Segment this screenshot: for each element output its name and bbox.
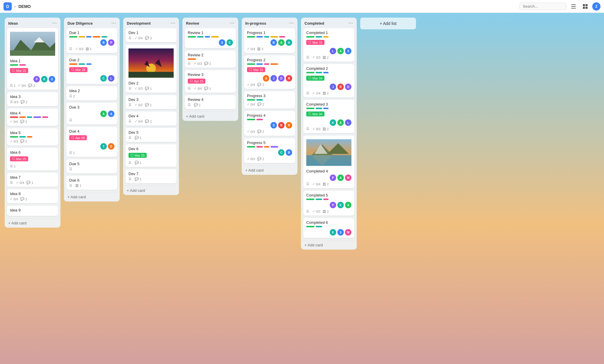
- column-title: Ideas: [8, 21, 18, 26]
- card-avatars: CB: [247, 149, 292, 156]
- column-body: Idea 1 ☐ Mar 25 PKS ☰ 1 ✓ 0/4 💬 3 Idea 3…: [5, 28, 60, 218]
- card-tags: [306, 226, 351, 227]
- add-card-button[interactable]: + Add card: [242, 165, 297, 175]
- card-completed3[interactable]: Completed 3 ☐ Mar 04 KAL ☰ ✓ 0/3 🖼 2: [303, 100, 354, 133]
- card-idea9[interactable]: Idea 9: [7, 206, 58, 216]
- column-due-diligence: Due Diligence ···Due 1BP ☰ ✓ 0/3 🖼 1 Due…: [64, 18, 120, 202]
- card-avatar: B: [286, 149, 292, 156]
- card-dev5[interactable]: Dev 5 ☰ 💬 1: [126, 128, 177, 142]
- meta-item: ☰: [69, 167, 73, 171]
- card-dev6[interactable]: Dev 6 ☐ Mar 25 ☰ 💬 1: [126, 144, 177, 167]
- meta-item: ☰: [128, 103, 132, 107]
- add-card-button[interactable]: + Add card: [5, 218, 60, 228]
- column-header: Review ···: [182, 18, 238, 28]
- card-idea8[interactable]: Idea 8 ✓ 0/4 💬 1: [7, 189, 58, 203]
- add-card-button[interactable]: + Add card: [123, 186, 179, 195]
- card-progress5[interactable]: Progress 5CB ✓ 0/3 💬 2: [244, 138, 295, 163]
- card-completed2[interactable]: Completed 2 ☐ Mar 04 JRD ☰ ✓ 2/4 🖼 2: [303, 64, 354, 97]
- card-tag: [306, 199, 314, 200]
- card-avatar: P: [33, 76, 40, 82]
- search-input[interactable]: [520, 3, 566, 10]
- column-menu-dots[interactable]: ···: [52, 21, 57, 26]
- card-review1[interactable]: Review 1SC: [185, 28, 236, 48]
- card-idea4[interactable]: Idea 4 ✓ 0/4 💬 2: [7, 109, 58, 126]
- card-title: Dev 6: [128, 147, 174, 151]
- card-review2[interactable]: Review 2 ☰ ✓ 0/3 💬 2: [185, 50, 236, 68]
- column-menu-dots[interactable]: ···: [230, 21, 235, 26]
- card-completed6[interactable]: Completed 6KSM: [303, 218, 354, 238]
- card-due5[interactable]: Due 5 ☰: [66, 159, 117, 173]
- card-tags: [10, 116, 55, 118]
- card-avatar: K: [41, 76, 48, 82]
- card-tag: [316, 72, 322, 73]
- card-avatar: B: [270, 39, 277, 46]
- card-dev4[interactable]: Dev 4 ☰ ✓ 0/4 💬 2: [126, 111, 177, 126]
- card-completed4[interactable]: Completed 4PAM ☰ ✓ 0/4 🖼 2: [303, 136, 354, 188]
- card-tag: [306, 226, 314, 227]
- board-wrapper: Ideas ··· Idea 1 ☐ Mar 25 PKS ☰ 1 ✓ 0/4 …: [0, 13, 604, 364]
- card-avatar: A: [263, 75, 269, 82]
- column-in-progress: In-progress ···Progress 1BAA ✓ 0/4 🖼 3 P…: [242, 18, 297, 175]
- card-idea1[interactable]: Idea 1 ☐ Mar 25 PKS ☰ 1 ✓ 0/4 💬 3: [7, 28, 58, 90]
- card-due3[interactable]: Due 3AA ☰: [66, 103, 117, 124]
- card-title: Completed 5: [306, 193, 351, 197]
- app-logo[interactable]: D: [4, 2, 12, 11]
- card-completed1[interactable]: Completed 1 ☐ Mar 31 LAS ☰ ✓ 3/3 🖼 2: [303, 28, 354, 62]
- column-menu-dots[interactable]: ···: [289, 21, 294, 26]
- svg-rect-2: [571, 8, 576, 9]
- card-due4[interactable]: Due 4 ☐ Apr 08 TD ☰ 1: [66, 127, 117, 157]
- card-idea6[interactable]: Idea 6 ☐ Mar 25 ☰ 1: [7, 148, 58, 170]
- card-dev2[interactable]: Dev 2 ☰ ✓ 0/3 💬 1: [126, 45, 177, 93]
- card-dev1[interactable]: Dev 1 ☰ ✓ 0/4 💬 3: [126, 28, 177, 42]
- card-progress2[interactable]: Progress 2 ☐ Mar 31 AJDR ✓ 0/4 💬 2: [244, 55, 295, 89]
- add-list-button[interactable]: + Add list: [360, 18, 416, 29]
- card-tag: [247, 99, 255, 101]
- card-title: Idea 8: [10, 192, 55, 196]
- profile-icon[interactable]: [569, 2, 578, 11]
- card-tag: [19, 64, 26, 66]
- card-review4[interactable]: Review 4 ☰ 💬 1: [185, 95, 236, 109]
- card-avatar: K: [337, 202, 344, 208]
- grid-icon[interactable]: [581, 2, 590, 11]
- add-card-button[interactable]: + Add card: [64, 192, 120, 202]
- card-idea5[interactable]: Idea 5 ✓ 0/3 💬 2: [7, 128, 58, 145]
- card-tag: [270, 63, 278, 65]
- user-avatar[interactable]: Z: [592, 2, 600, 11]
- column-menu-dots[interactable]: ···: [348, 21, 353, 26]
- column-menu-dots[interactable]: ···: [111, 21, 116, 26]
- card-progress1[interactable]: Progress 1BAA ✓ 0/4 🖼 3: [244, 28, 295, 53]
- meta-item: ☰ 0/3: [10, 100, 18, 104]
- svg-rect-1: [571, 6, 576, 7]
- card-image: [306, 138, 351, 167]
- card-idea2-dd[interactable]: Idea 2 ☰ 2: [66, 86, 117, 100]
- column-header: Due Diligence ···: [64, 18, 120, 28]
- meta-item: 💬 2: [257, 83, 264, 87]
- card-idea3[interactable]: Idea 3 ☰ 0/3 💬 2: [7, 92, 58, 106]
- card-due2[interactable]: Due 2 ☐ Mar 28 CL: [66, 55, 117, 84]
- card-date: ☐ Apr 15: [188, 79, 205, 84]
- card-tag: [279, 36, 285, 38]
- meta-item: ✓ 0/3: [10, 139, 18, 143]
- meta-item: ✓ 0/4: [135, 119, 143, 123]
- card-avatars: PKA: [306, 202, 351, 208]
- card-dev7[interactable]: Dev 7 ☰ 💬 1: [126, 169, 177, 183]
- meta-item: 💬 1: [145, 87, 152, 90]
- card-dev3[interactable]: Dev 3 ☰ ✓ 0/2 💬 1: [126, 95, 177, 109]
- card-progress3[interactable]: Progress 3 ✓ 0/4 💬 2: [244, 91, 295, 109]
- card-idea7[interactable]: Idea 7 ☰ ✓ 0/4 💬 1: [7, 173, 58, 187]
- add-card-button[interactable]: + Add card: [301, 240, 357, 250]
- card-progress4[interactable]: Progress 4SRR ✓ 0/3 💬 2: [244, 111, 295, 136]
- card-review3[interactable]: Review 3 ☐ Apr 15 ☰ ✓ 0/4 💬 1: [185, 70, 236, 93]
- meta-item: ☰: [188, 62, 192, 65]
- card-avatar: D: [278, 75, 285, 82]
- card-due1[interactable]: Due 1BP ☰ ✓ 0/3 🖼 1: [66, 28, 117, 53]
- add-card-button[interactable]: + Add card: [182, 111, 238, 121]
- column-menu-dots[interactable]: ···: [171, 21, 175, 26]
- card-tag: [323, 72, 329, 73]
- card-title: Idea 1: [10, 59, 55, 63]
- meta-item: ☰: [69, 118, 73, 122]
- card-avatars: CL: [69, 75, 114, 82]
- meta-item: ✓ 0/4: [16, 181, 24, 184]
- card-due6[interactable]: Due 6 ☰ 🖼 1: [66, 176, 117, 190]
- card-completed5[interactable]: Completed 5PKA ☰ ✓ 0/2 🖼 2: [303, 191, 354, 216]
